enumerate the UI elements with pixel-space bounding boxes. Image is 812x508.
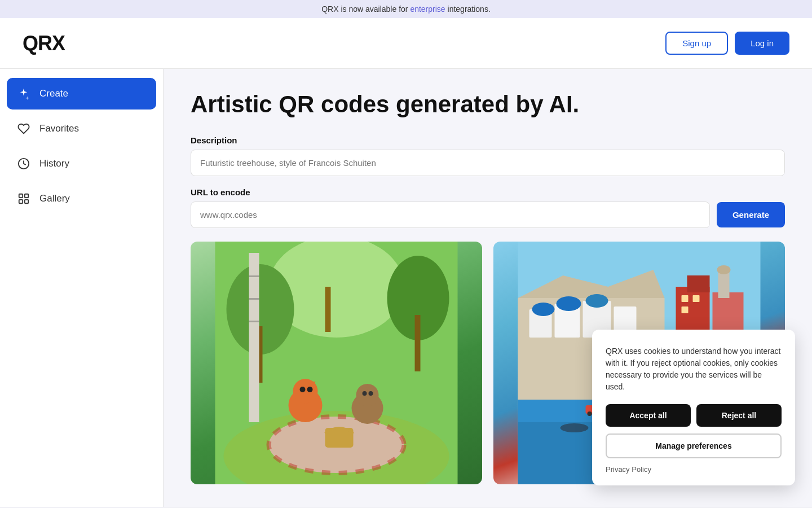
sidebar-item-history[interactable]: History <box>7 148 156 179</box>
sidebar-item-gallery[interactable]: Gallery <box>7 183 156 214</box>
svg-point-51 <box>561 423 589 432</box>
svg-rect-1 <box>19 194 23 198</box>
logo: QRX <box>23 32 65 55</box>
reject-all-button[interactable]: Reject all <box>696 404 782 427</box>
sparkle-icon <box>16 86 32 102</box>
description-input[interactable] <box>191 150 785 176</box>
svg-point-41 <box>557 296 581 311</box>
sidebar-gallery-label: Gallery <box>39 193 70 204</box>
svg-rect-48 <box>682 306 689 313</box>
svg-rect-3 <box>19 200 23 203</box>
svg-rect-7 <box>325 287 331 332</box>
top-banner: QRX is now available for enterprise inte… <box>0 0 812 18</box>
forest-image <box>191 242 482 484</box>
svg-rect-14 <box>249 298 259 300</box>
svg-rect-11 <box>415 315 421 371</box>
sidebar-create-label: Create <box>39 88 68 99</box>
privacy-policy-link[interactable]: Privacy Policy <box>606 465 651 474</box>
svg-point-42 <box>586 294 608 308</box>
manage-preferences-button[interactable]: Manage preferences <box>606 433 782 458</box>
header: QRX Sign up Log in <box>0 18 812 69</box>
url-row: Generate <box>191 202 785 228</box>
svg-point-55 <box>588 411 592 416</box>
sidebar-item-favorites[interactable]: Favorites <box>7 113 156 144</box>
cookie-popup: QRX uses cookies to understand how you i… <box>592 330 795 485</box>
page-title: Artistic QR codes generated by AI. <box>191 91 785 117</box>
svg-rect-15 <box>249 321 259 322</box>
cookie-text: QRX uses cookies to understand how you i… <box>606 345 782 393</box>
signup-button[interactable]: Sign up <box>665 32 728 55</box>
svg-rect-2 <box>25 194 28 198</box>
sidebar-history-label: History <box>39 158 69 169</box>
svg-point-50 <box>717 265 731 274</box>
url-label: URL to encode <box>191 187 785 197</box>
description-section: Description <box>191 135 785 176</box>
cookie-buttons: Accept all Reject all <box>606 404 782 427</box>
login-button[interactable]: Log in <box>735 32 789 55</box>
svg-rect-12 <box>249 253 259 422</box>
clock-icon <box>16 156 32 172</box>
url-input[interactable] <box>191 202 710 228</box>
svg-point-30 <box>369 391 373 396</box>
svg-rect-46 <box>682 295 689 302</box>
sidebar-item-create[interactable]: Create <box>7 78 156 110</box>
description-label: Description <box>191 135 785 145</box>
header-buttons: Sign up Log in <box>665 32 789 55</box>
svg-rect-13 <box>249 275 259 277</box>
banner-text-after: integrations. <box>445 5 491 14</box>
svg-rect-45 <box>687 275 710 292</box>
svg-rect-4 <box>25 200 28 203</box>
svg-rect-43 <box>676 287 710 332</box>
grid-icon <box>16 191 32 207</box>
banner-text-before: QRX is now available for <box>321 5 410 14</box>
svg-rect-47 <box>693 295 700 302</box>
generate-button[interactable]: Generate <box>717 202 785 227</box>
sidebar: Create Favorites History <box>0 69 164 507</box>
enterprise-link[interactable]: enterprise <box>410 5 445 14</box>
accept-all-button[interactable]: Accept all <box>606 404 691 427</box>
sidebar-favorites-label: Favorites <box>39 123 79 134</box>
svg-point-29 <box>363 391 367 396</box>
svg-point-40 <box>532 303 555 316</box>
url-section: URL to encode Generate <box>191 187 785 228</box>
svg-point-24 <box>307 387 313 392</box>
svg-point-23 <box>300 387 306 392</box>
heart-icon <box>16 121 32 137</box>
svg-rect-44 <box>713 292 744 332</box>
